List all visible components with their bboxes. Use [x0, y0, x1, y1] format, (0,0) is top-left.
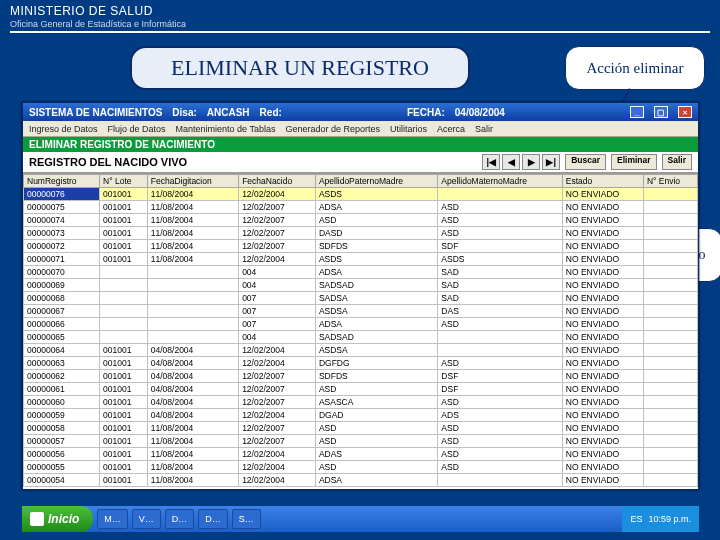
menu-item[interactable]: Mantenimiento de Tablas: [176, 124, 276, 134]
nav-prev-button[interactable]: ◀: [502, 154, 520, 170]
cell[interactable]: [643, 227, 697, 240]
cell[interactable]: 00000071: [24, 253, 100, 266]
cell[interactable]: [438, 331, 562, 344]
table-row[interactable]: 0000005500100111/08/200412/02/2004ASDASD…: [24, 461, 698, 474]
table-row[interactable]: 0000007600100111/08/200412/02/2004ASDSNO…: [24, 188, 698, 201]
cell[interactable]: ASD: [438, 318, 562, 331]
cell[interactable]: 12/02/2007: [239, 383, 316, 396]
window-minimize-button[interactable]: _: [630, 106, 644, 118]
cell[interactable]: [643, 331, 697, 344]
cell[interactable]: [643, 474, 697, 487]
cell[interactable]: [643, 240, 697, 253]
cell[interactable]: DGFDG: [315, 357, 437, 370]
cell[interactable]: NO ENVIADO: [562, 474, 643, 487]
cell[interactable]: [643, 279, 697, 292]
column-header[interactable]: N° Envio: [643, 175, 697, 188]
cell[interactable]: SDFDS: [315, 240, 437, 253]
cell[interactable]: 00000058: [24, 422, 100, 435]
cell[interactable]: 001001: [100, 409, 148, 422]
taskbar-item[interactable]: V…: [132, 509, 161, 529]
data-grid[interactable]: NumRegistroN° LoteFechaDigitacionFechaNa…: [23, 174, 698, 487]
cell[interactable]: 12/02/2007: [239, 227, 316, 240]
salir-button[interactable]: Salir: [662, 154, 692, 170]
cell[interactable]: 00000063: [24, 357, 100, 370]
cell[interactable]: DGAD: [315, 409, 437, 422]
taskbar-item[interactable]: M…: [97, 509, 128, 529]
table-row[interactable]: 0000006400100104/08/200412/02/2004ASDSAN…: [24, 344, 698, 357]
cell[interactable]: ASD: [438, 435, 562, 448]
cell[interactable]: 001001: [100, 461, 148, 474]
cell[interactable]: ADAS: [315, 448, 437, 461]
column-header[interactable]: ApellidoMaternoMadre: [438, 175, 562, 188]
cell[interactable]: SADSA: [315, 292, 437, 305]
cell[interactable]: ASD: [315, 383, 437, 396]
cell[interactable]: 12/02/2004: [239, 357, 316, 370]
table-row[interactable]: 0000007100100111/08/200412/02/2004ASDSAS…: [24, 253, 698, 266]
cell[interactable]: [643, 188, 697, 201]
window-close-button[interactable]: ×: [678, 106, 692, 118]
cell[interactable]: NO ENVIADO: [562, 214, 643, 227]
cell[interactable]: DAS: [438, 305, 562, 318]
cell[interactable]: [100, 318, 148, 331]
cell[interactable]: 00000076: [24, 188, 100, 201]
cell[interactable]: 00000075: [24, 201, 100, 214]
cell[interactable]: 001001: [100, 474, 148, 487]
cell[interactable]: 04/08/2004: [147, 370, 238, 383]
cell[interactable]: NO ENVIADO: [562, 370, 643, 383]
cell[interactable]: 12/02/2004: [239, 461, 316, 474]
taskbar-item[interactable]: D…: [165, 509, 195, 529]
cell[interactable]: 11/08/2004: [147, 474, 238, 487]
cell[interactable]: ASD: [315, 435, 437, 448]
cell[interactable]: NO ENVIADO: [562, 448, 643, 461]
cell[interactable]: 12/02/2007: [239, 240, 316, 253]
cell[interactable]: 11/08/2004: [147, 188, 238, 201]
table-row[interactable]: 00000066007ADSAASDNO ENVIADO: [24, 318, 698, 331]
table-row[interactable]: 0000007500100111/08/200412/02/2007ADSAAS…: [24, 201, 698, 214]
table-row[interactable]: 0000007300100111/08/200412/02/2007DASDAS…: [24, 227, 698, 240]
cell[interactable]: [147, 279, 238, 292]
cell[interactable]: [643, 357, 697, 370]
cell[interactable]: 00000069: [24, 279, 100, 292]
column-header[interactable]: N° Lote: [100, 175, 148, 188]
cell[interactable]: ADSA: [315, 266, 437, 279]
cell[interactable]: ADSA: [315, 318, 437, 331]
table-row[interactable]: 0000005400100111/08/200412/02/2004ADSANO…: [24, 474, 698, 487]
nav-last-button[interactable]: ▶|: [542, 154, 560, 170]
cell[interactable]: ADS: [438, 409, 562, 422]
cell[interactable]: 04/08/2004: [147, 344, 238, 357]
cell[interactable]: [147, 318, 238, 331]
cell[interactable]: [643, 318, 697, 331]
nav-next-button[interactable]: ▶: [522, 154, 540, 170]
cell[interactable]: 007: [239, 305, 316, 318]
cell[interactable]: 12/02/2007: [239, 396, 316, 409]
cell[interactable]: 001001: [100, 240, 148, 253]
cell[interactable]: 00000068: [24, 292, 100, 305]
table-row[interactable]: 0000006000100104/08/200412/02/2007ASASCA…: [24, 396, 698, 409]
cell[interactable]: [147, 266, 238, 279]
cell[interactable]: [643, 383, 697, 396]
cell[interactable]: [438, 188, 562, 201]
cell[interactable]: 007: [239, 318, 316, 331]
cell[interactable]: 12/02/2004: [239, 344, 316, 357]
cell[interactable]: SAD: [438, 292, 562, 305]
cell[interactable]: 11/08/2004: [147, 461, 238, 474]
cell[interactable]: NO ENVIADO: [562, 357, 643, 370]
cell[interactable]: NO ENVIADO: [562, 409, 643, 422]
column-header[interactable]: FechaNacido: [239, 175, 316, 188]
table-row[interactable]: 0000006200100104/08/200412/02/2007SDFDSD…: [24, 370, 698, 383]
cell[interactable]: DASD: [315, 227, 437, 240]
table-row[interactable]: 00000065004SADSADNO ENVIADO: [24, 331, 698, 344]
cell[interactable]: 001001: [100, 448, 148, 461]
nav-first-button[interactable]: |◀: [482, 154, 500, 170]
table-row[interactable]: 0000007400100111/08/200412/02/2007ASDASD…: [24, 214, 698, 227]
table-row[interactable]: 00000067007ASDSADASNO ENVIADO: [24, 305, 698, 318]
cell[interactable]: NO ENVIADO: [562, 266, 643, 279]
cell[interactable]: 11/08/2004: [147, 240, 238, 253]
cell[interactable]: 001001: [100, 253, 148, 266]
cell[interactable]: [643, 435, 697, 448]
cell[interactable]: SDFDS: [315, 370, 437, 383]
cell[interactable]: [147, 305, 238, 318]
menu-item[interactable]: Acerca: [437, 124, 465, 134]
cell[interactable]: 001001: [100, 396, 148, 409]
table-row[interactable]: 0000005900100104/08/200412/02/2004DGADAD…: [24, 409, 698, 422]
